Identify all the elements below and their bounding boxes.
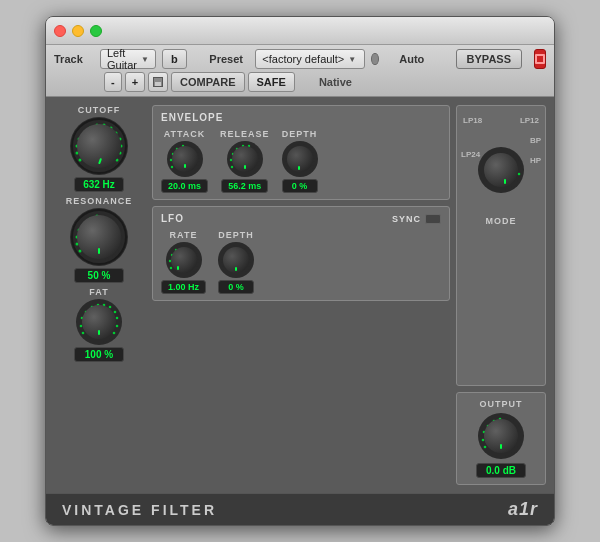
release-knob[interactable]	[227, 141, 263, 177]
traffic-lights	[54, 25, 102, 37]
rate-inner	[171, 247, 197, 273]
svg-point-42	[114, 311, 117, 314]
mode-col: LP18 LP24 LP12 BP HP	[456, 105, 546, 386]
preset-circle-btn[interactable]	[371, 53, 378, 65]
svg-point-115	[512, 186, 515, 189]
cutoff-knob[interactable]	[70, 117, 128, 175]
svg-point-81	[169, 267, 171, 269]
resonance-knob-inner	[77, 215, 121, 259]
mode-lp24-label: LP24	[461, 150, 480, 159]
envelope-panel: ENVELOPE ATTACK	[152, 105, 450, 200]
attack-group: ATTACK	[161, 129, 208, 193]
footer-brand: a1r	[508, 499, 538, 520]
cutoff-group: CUTOFF	[70, 105, 128, 192]
env-depth-value: 0 %	[282, 179, 318, 193]
minimize-button[interactable]	[72, 25, 84, 37]
cutoff-knob-inner	[77, 124, 121, 168]
rate-knob[interactable]	[166, 242, 202, 278]
rate-label: RATE	[170, 230, 198, 240]
fat-value: 100 %	[74, 347, 124, 362]
track-select[interactable]: Left Guitar ▼	[100, 49, 156, 69]
output-indicator	[500, 444, 502, 449]
lfo-depth-inner	[223, 247, 249, 273]
svg-point-16	[106, 167, 109, 170]
mode-label: MODE	[486, 216, 517, 226]
lfo-header: LFO SYNC	[161, 213, 441, 224]
rate-value: 1.00 Hz	[161, 280, 206, 294]
svg-point-114	[515, 180, 518, 183]
resonance-value: 50 %	[74, 268, 124, 283]
env-depth-inner	[287, 146, 313, 172]
mode-indicator	[504, 179, 506, 184]
red-square-button[interactable]	[534, 49, 546, 69]
attack-value: 20.0 ms	[161, 179, 208, 193]
rate-group: RATE	[161, 230, 206, 294]
output-knob[interactable]	[478, 413, 524, 459]
mode-bp-label: BP	[530, 136, 541, 145]
maximize-button[interactable]	[90, 25, 102, 37]
red-inner-icon	[535, 54, 545, 64]
mode-panel: LP18 LP24 LP12 BP HP	[456, 105, 546, 386]
row2-group: - + COMPARE SAFE	[104, 72, 295, 92]
mode-lp18-label: LP18	[463, 116, 482, 125]
sync-toggle[interactable]	[425, 214, 441, 224]
right-area: ENVELOPE ATTACK	[152, 105, 546, 485]
safe-button[interactable]: SAFE	[248, 72, 295, 92]
svg-point-129	[515, 446, 518, 449]
release-indicator	[244, 165, 246, 169]
controls-bar: Track Left Guitar ▼ b Preset <factory de…	[46, 45, 554, 97]
lfo-depth-knob[interactable]	[218, 242, 254, 278]
minus-button[interactable]: -	[104, 72, 122, 92]
resonance-label: RESONANCE	[66, 196, 133, 206]
svg-point-90	[195, 267, 197, 269]
plus-button[interactable]: +	[125, 72, 145, 92]
plugin-body: CUTOFF	[46, 97, 554, 493]
svg-point-78	[312, 159, 314, 161]
mode-knob[interactable]	[478, 147, 524, 193]
bottom-spacer	[152, 392, 450, 485]
track-label: Track	[54, 53, 94, 65]
preset-arrow: ▼	[348, 55, 356, 64]
resonance-knob[interactable]	[70, 208, 128, 266]
lfo-depth-indicator	[235, 267, 237, 271]
sync-label: SYNC	[392, 214, 421, 224]
svg-point-48	[170, 166, 172, 168]
rate-indicator	[177, 266, 179, 270]
panels-col: ENVELOPE ATTACK	[152, 105, 450, 386]
env-depth-group: DEPTH	[282, 129, 318, 193]
svg-point-46	[110, 338, 113, 341]
mode-lp12-label: LP12	[520, 116, 539, 125]
svg-point-128	[518, 439, 521, 442]
svg-point-130	[512, 452, 515, 455]
bypass-button[interactable]: BYPASS	[456, 49, 522, 69]
save-button[interactable]	[148, 72, 168, 92]
svg-point-33	[105, 258, 108, 261]
env-depth-knob[interactable]	[282, 141, 318, 177]
cutoff-indicator	[98, 158, 102, 164]
resonance-indicator	[98, 248, 100, 254]
envelope-title: ENVELOPE	[161, 112, 441, 123]
svg-point-91	[192, 272, 194, 274]
svg-point-15	[113, 164, 116, 167]
svg-point-43	[116, 317, 119, 320]
svg-point-47	[104, 341, 107, 344]
svg-point-112	[518, 165, 521, 168]
fat-knob[interactable]	[76, 299, 122, 345]
svg-point-102	[245, 272, 247, 274]
envelope-row: ATTACK	[161, 129, 441, 193]
track-b-button[interactable]: b	[162, 49, 187, 69]
lfo-depth-group: DEPTH	[218, 230, 254, 294]
svg-point-67	[258, 159, 260, 161]
svg-point-89	[196, 260, 198, 262]
svg-point-69	[254, 171, 256, 173]
attack-knob[interactable]	[167, 141, 203, 177]
mode-hp-label: HP	[530, 156, 541, 165]
output-value: 0.0 dB	[476, 463, 526, 478]
svg-point-34	[82, 332, 85, 335]
svg-point-70	[285, 166, 287, 168]
output-panel: OUTPUT	[456, 392, 546, 485]
release-group: RELEASE	[220, 129, 270, 193]
close-button[interactable]	[54, 25, 66, 37]
compare-button[interactable]: COMPARE	[171, 72, 244, 92]
preset-select[interactable]: <factory default> ▼	[255, 49, 365, 69]
